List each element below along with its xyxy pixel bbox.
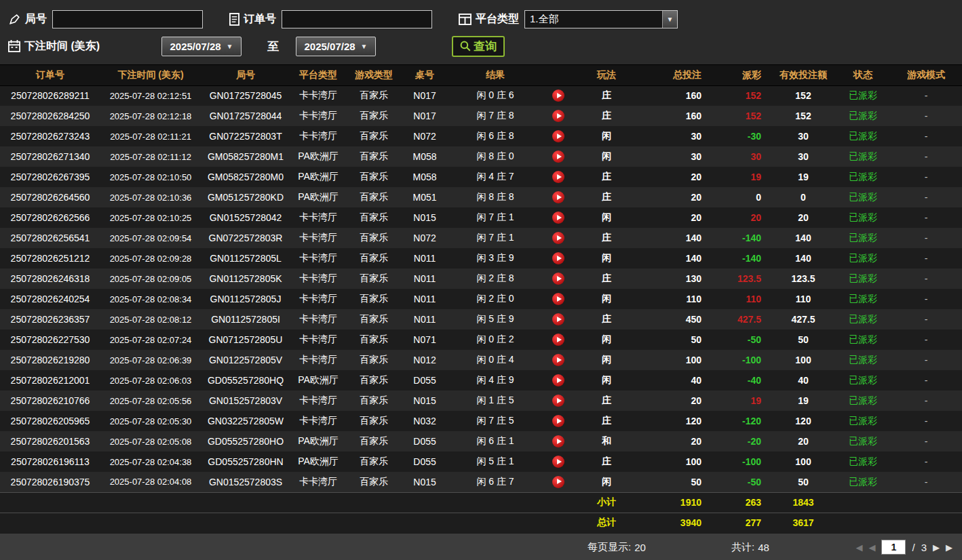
play-icon[interactable] xyxy=(552,415,564,427)
status-cell: 已派彩 xyxy=(836,289,890,309)
total-bet-cell: 140 xyxy=(639,248,714,268)
game-mode-cell: - xyxy=(890,207,962,228)
bet-time-cell: 2025-07-28 02:10:25 xyxy=(100,207,201,228)
table-row: 2507280262565412025-07-28 02:09:54GN0722… xyxy=(0,228,962,248)
query-button[interactable]: 查询 xyxy=(452,36,505,57)
platform-cell: 卡卡湾厅 xyxy=(290,309,346,329)
game-type-cell: 百家乐 xyxy=(346,391,402,411)
play-icon[interactable] xyxy=(552,354,564,366)
col-header-total-bet: 总投注 xyxy=(639,65,714,85)
game-mode-cell: - xyxy=(890,329,962,350)
play-icon[interactable] xyxy=(552,232,564,244)
prev-page-icon[interactable]: ◀ xyxy=(868,543,875,552)
game-mode-cell: - xyxy=(890,85,962,106)
page-number-input[interactable] xyxy=(881,540,906,555)
replay-cell xyxy=(543,329,574,350)
next-page-icon[interactable]: ▶ xyxy=(933,543,940,552)
game-type-cell: 百家乐 xyxy=(346,248,402,268)
game-type-cell: 百家乐 xyxy=(346,268,402,289)
search-icon xyxy=(460,41,471,52)
play-icon[interactable] xyxy=(552,273,564,285)
status-cell: 已派彩 xyxy=(836,167,890,187)
round-input[interactable] xyxy=(52,10,203,28)
round-no-cell: GN0152572803V xyxy=(201,391,290,411)
replay-cell xyxy=(543,350,574,370)
status-cell: 已派彩 xyxy=(836,391,890,411)
payout-cell: 152 xyxy=(714,106,771,126)
status-cell: 已派彩 xyxy=(836,85,890,106)
table-no-cell: N015 xyxy=(402,207,448,228)
valid-bet-cell: 40 xyxy=(771,370,836,391)
total-count-value: 48 xyxy=(758,542,769,553)
table-row: 2507280262732432025-07-28 02:11:21GN0722… xyxy=(0,126,962,146)
bet-type-cell: 闲 xyxy=(574,207,639,228)
game-mode-cell: - xyxy=(890,248,962,268)
replay-cell xyxy=(543,268,574,289)
play-icon[interactable] xyxy=(552,89,564,102)
play-icon[interactable] xyxy=(552,130,564,142)
table-no-cell: N012 xyxy=(402,350,448,370)
game-mode-cell: - xyxy=(890,472,962,492)
table-no-cell: N015 xyxy=(402,391,448,411)
valid-bet-cell: 19 xyxy=(771,167,836,187)
total-total-bet: 3940 xyxy=(639,513,714,533)
date-from-picker[interactable]: 2025/07/28 ▼ xyxy=(161,37,242,56)
first-page-icon[interactable]: ◀ xyxy=(855,543,862,552)
order-id-cell: 250728026289211 xyxy=(0,85,100,106)
chevron-down-icon: ▼ xyxy=(662,11,677,28)
chevron-down-icon: ▼ xyxy=(361,43,368,50)
play-icon[interactable] xyxy=(552,456,564,468)
play-icon[interactable] xyxy=(552,252,564,264)
play-icon[interactable] xyxy=(552,334,564,346)
order-id-cell: 250728026271340 xyxy=(0,146,100,167)
play-icon[interactable] xyxy=(552,212,564,224)
bet-time-label: 下注时间 (美东) xyxy=(24,39,100,54)
pagination-bar: 每页显示: 20 共计: 48 ◀ ◀ / 3 ▶ ▶ xyxy=(0,533,962,560)
bet-time-cell: 2025-07-28 02:05:56 xyxy=(100,391,201,411)
round-no-cell: GM051257280KD xyxy=(201,187,290,207)
total-bet-cell: 20 xyxy=(639,391,714,411)
table-no-cell: M058 xyxy=(402,146,448,167)
total-bet-cell: 160 xyxy=(639,106,714,126)
play-icon[interactable] xyxy=(552,151,564,163)
round-no-cell: GN01725728044 xyxy=(201,106,290,126)
play-icon[interactable] xyxy=(552,313,564,325)
col-header-game-mode: 游戏模式 xyxy=(890,65,962,85)
replay-cell xyxy=(543,248,574,268)
play-icon[interactable] xyxy=(552,374,564,386)
order-id-cell: 250728026190375 xyxy=(0,472,100,492)
platform-select[interactable]: 1.全部 ▼ xyxy=(524,10,678,28)
page-separator: / xyxy=(912,542,915,553)
table-row: 2507280262059652025-07-28 02:05:30GN0322… xyxy=(0,411,962,431)
result-cell: 闲 8 庄 8 xyxy=(448,187,543,207)
play-icon[interactable] xyxy=(552,171,564,183)
game-type-cell: 百家乐 xyxy=(346,106,402,126)
status-cell: 已派彩 xyxy=(836,207,890,228)
play-icon[interactable] xyxy=(552,293,564,305)
order-input[interactable] xyxy=(282,10,432,28)
game-type-cell: 百家乐 xyxy=(346,207,402,228)
payout-cell: 19 xyxy=(714,391,771,411)
replay-cell xyxy=(543,309,574,329)
result-cell: 闲 6 庄 7 xyxy=(448,472,543,492)
play-icon[interactable] xyxy=(552,110,564,122)
platform-cell: 卡卡湾厅 xyxy=(290,329,346,350)
date-to-picker[interactable]: 2025/07/28 ▼ xyxy=(296,37,376,56)
last-page-icon[interactable]: ▶ xyxy=(946,543,953,552)
payout-cell: -40 xyxy=(714,370,771,391)
play-icon[interactable] xyxy=(552,476,564,488)
status-cell: 已派彩 xyxy=(836,248,890,268)
replay-cell xyxy=(543,472,574,492)
platform-cell: 卡卡湾厅 xyxy=(290,207,346,228)
result-cell: 闲 4 庄 9 xyxy=(448,370,543,391)
bet-type-cell: 庄 xyxy=(574,167,639,187)
play-icon[interactable] xyxy=(552,395,564,407)
payout-cell: -50 xyxy=(714,472,771,492)
platform-cell: PA欧洲厅 xyxy=(290,431,346,452)
total-row: 总计 3940 277 3617 xyxy=(0,513,962,533)
play-icon[interactable] xyxy=(552,435,564,447)
game-type-cell: 百家乐 xyxy=(346,85,402,106)
result-cell: 闲 2 庄 0 xyxy=(448,289,543,309)
play-icon[interactable] xyxy=(552,191,564,203)
table-row: 2507280262713402025-07-28 02:11:12GM0582… xyxy=(0,146,962,167)
